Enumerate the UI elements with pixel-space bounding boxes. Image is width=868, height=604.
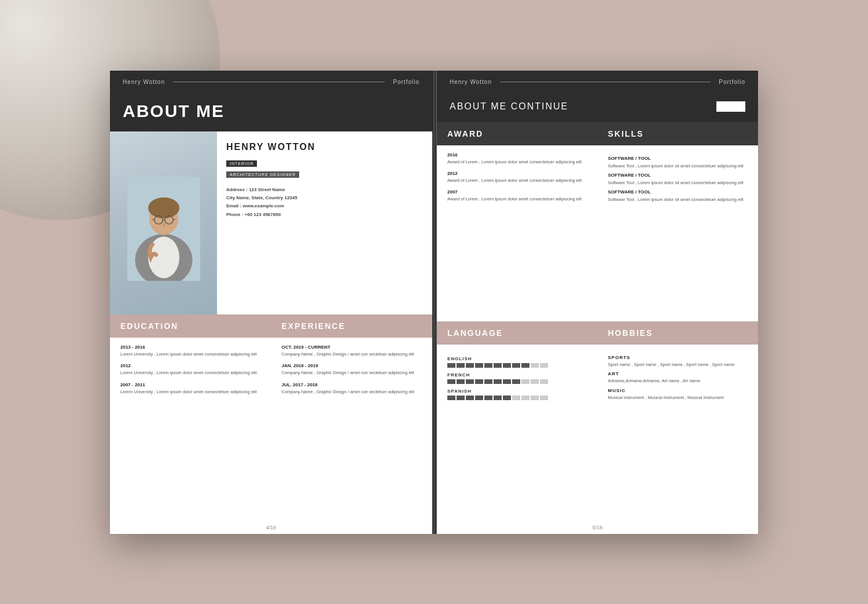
white-decoration xyxy=(716,101,745,112)
award-text-2: Award of Lorem , Lorem ipsum dolor amet … xyxy=(447,196,587,202)
education-entry-1: 2012Lorem University , Lorem ipsum dolor… xyxy=(120,363,261,376)
page-left: Henry Wotton Portfolio ABOUT ME xyxy=(110,71,432,534)
skills-header: SKILLS xyxy=(598,122,759,145)
lang-bar-1-7 xyxy=(512,379,520,384)
lang-bar-1-10 xyxy=(540,379,548,384)
edu-year-0: 2013 - 2016 xyxy=(120,345,261,350)
language-column: ENGLISHFRENCHSPANISH xyxy=(437,345,598,521)
title-badge-1: INTERIOR xyxy=(226,160,257,167)
svg-line-9 xyxy=(173,219,175,220)
left-content-top: HENRY WOTTON INTERIOR ARCHITECTURE DESIG… xyxy=(110,131,432,315)
exp-text-2: Company Name , Graphic Design / amet con… xyxy=(282,389,422,395)
title-badge-2: ARCHITECTURE DESIGNER xyxy=(226,171,299,178)
lang-bar-2-2 xyxy=(466,396,474,400)
experience-entry-2: JUL. 2017 - 2018Company Name , Graphic D… xyxy=(282,382,422,395)
language-header: LANGUAGE xyxy=(437,321,598,345)
award-entry-0: 2016Award of Lorem , Lorem ipsum dolor a… xyxy=(447,152,587,165)
hobby-title-1: ART xyxy=(608,371,748,376)
award-year-1: 2012 xyxy=(447,171,587,176)
hobby-entry-2: MUSICMusical instrument , Musical instru… xyxy=(608,388,748,401)
skills-entry-2: SOFTWARE / TOOLSoftware Tool , Lorem ips… xyxy=(608,189,748,203)
lang-bar-1-4 xyxy=(484,379,492,384)
left-bottom-headers: EDUCATION EXPERIENCE xyxy=(110,314,432,338)
lang-bars-2 xyxy=(447,396,587,400)
edu-text-1: Lorem University , Lorem ipsum dolor ame… xyxy=(120,369,261,376)
left-header-line xyxy=(173,82,385,82)
right-page-header: Henry Wotton Portfolio xyxy=(437,71,758,91)
edu-year-2: 2007 - 2011 xyxy=(120,382,261,387)
experience-entry-1: JAN. 2018 - 2019Company Name , Graphic D… xyxy=(282,363,422,376)
right-page-number: 5/16 xyxy=(437,521,758,534)
lang-bar-1-9 xyxy=(531,379,539,384)
right-header-portfolio: Portfolio xyxy=(719,79,745,85)
lang-bar-1-0 xyxy=(447,379,455,384)
lang-bar-0-7 xyxy=(512,363,520,368)
lang-bar-1-3 xyxy=(475,379,483,384)
person-name: HENRY WOTTON xyxy=(226,142,423,152)
lang-bar-1-8 xyxy=(521,379,529,384)
exp-text-1: Company Name , Graphic Design / amet con… xyxy=(282,369,422,376)
lang-bar-0-0 xyxy=(447,363,455,368)
phone-value: +00 123 4567890 xyxy=(245,212,281,217)
right-header-name: Henry Wotton xyxy=(450,79,492,85)
phone-label: Phone : xyxy=(226,212,243,217)
left-bottom-body: 2013 - 2016Lorem University , Lorem ipsu… xyxy=(110,338,432,521)
right-page-title: ABOUT ME CONTINUE xyxy=(450,101,568,112)
left-page-title: ABOUT ME xyxy=(123,101,420,121)
skills-entry-0: SOFTWARE / TOOLSoftware Tool , Lorem ips… xyxy=(608,156,748,169)
lang-bar-2-0 xyxy=(447,396,455,400)
lang-bar-0-1 xyxy=(457,363,465,368)
lang-bar-1-6 xyxy=(503,379,511,384)
skills-title-0: SOFTWARE / TOOL xyxy=(608,156,748,161)
email-value: www.example.com xyxy=(242,203,284,208)
right-bottom-headers: LANGUAGE HOBBIES xyxy=(437,321,758,345)
left-header-portfolio: Portfolio xyxy=(393,79,420,85)
exp-year-1: JAN. 2018 - 2019 xyxy=(282,363,422,368)
lang-bar-0-10 xyxy=(540,363,548,368)
lang-bar-2-9 xyxy=(531,396,539,400)
language-entry-2: SPANISH xyxy=(447,389,587,400)
photo-column xyxy=(110,131,217,315)
lang-bar-0-8 xyxy=(521,363,529,368)
address-value: 123 Street Name xyxy=(249,187,285,192)
hobby-text-1: Artname,Artname,Artname, Art name , Art … xyxy=(608,378,748,384)
experience-entry-0: OCT. 2019 - CURRENTCompany Name , Graphi… xyxy=(282,345,422,357)
page-right: Henry Wotton Portfolio ABOUT ME CONTINUE… xyxy=(436,71,758,534)
award-year-0: 2016 xyxy=(447,152,587,158)
contact-info: Address : 123 Street Name City Name, Sta… xyxy=(226,186,423,219)
hobby-entry-1: ARTArtname,Artname,Artname, Art name , A… xyxy=(608,371,748,384)
right-top-body: 2016Award of Lorem , Lorem ipsum dolor a… xyxy=(437,145,758,322)
skills-text-2: Software Tool , Lorem ipsum dolor sit am… xyxy=(608,196,748,203)
award-column: 2016Award of Lorem , Lorem ipsum dolor a… xyxy=(437,145,598,322)
experience-header: EXPERIENCE xyxy=(271,314,433,338)
right-bottom-body: ENGLISHFRENCHSPANISH SPORTSSport name , … xyxy=(437,345,758,521)
person-illustration xyxy=(123,177,204,281)
lang-bar-2-5 xyxy=(494,396,502,400)
hobby-entry-0: SPORTSSport name , Sport name , Sport na… xyxy=(608,355,748,368)
skills-text-0: Software Tool , Lorem ipsum dolor sit am… xyxy=(608,163,748,169)
education-column: 2013 - 2016Lorem University , Lorem ipsu… xyxy=(110,338,271,521)
award-text-1: Award of Lorem , Lorem ipsum dolor amet … xyxy=(447,177,587,184)
edu-text-0: Lorem University , Lorem ipsum dolor ame… xyxy=(120,351,261,357)
edu-year-1: 2012 xyxy=(120,363,261,368)
award-header: AWARD xyxy=(437,122,598,145)
education-header: EDUCATION xyxy=(110,314,271,338)
skills-title-1: SOFTWARE / TOOL xyxy=(608,173,748,178)
email-label: Email : xyxy=(226,203,241,208)
right-header-line xyxy=(500,82,711,82)
award-entry-2: 2007Award of Lorem , Lorem ipsum dolor a… xyxy=(447,189,587,202)
exp-text-0: Company Name , Graphic Design / amet con… xyxy=(282,351,422,357)
hobbies-column: SPORTSSport name , Sport name , Sport na… xyxy=(598,345,759,521)
left-title-section: ABOUT ME xyxy=(110,91,432,131)
education-entry-2: 2007 - 2011Lorem University , Lorem ipsu… xyxy=(120,382,261,395)
hobby-title-2: MUSIC xyxy=(608,388,748,393)
experience-column: OCT. 2019 - CURRENTCompany Name , Graphi… xyxy=(271,338,433,521)
hobby-text-2: Musical instrument , Musical instrument … xyxy=(608,394,748,401)
lang-bar-0-4 xyxy=(484,363,492,368)
lang-bar-0-2 xyxy=(466,363,474,368)
lang-bar-2-10 xyxy=(540,396,548,400)
right-title-section: ABOUT ME CONTINUE xyxy=(437,91,758,122)
left-page-number: 4/16 xyxy=(110,521,432,534)
lang-bar-0-6 xyxy=(503,363,511,368)
lang-bar-0-3 xyxy=(475,363,483,368)
